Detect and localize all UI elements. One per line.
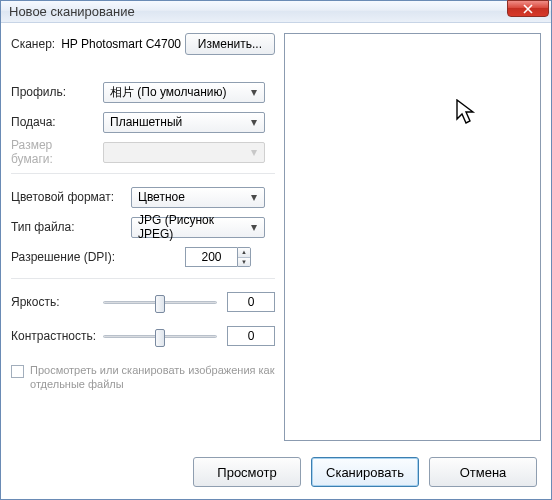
scanner-label: Сканер: bbox=[11, 37, 61, 51]
preview-button[interactable]: Просмотр bbox=[193, 457, 301, 487]
spinner-down[interactable]: ▼ bbox=[238, 258, 250, 267]
source-select[interactable]: Планшетный ▾ bbox=[103, 112, 265, 133]
scanner-name: HP Photosmart C4700 bbox=[61, 37, 181, 51]
profile-select[interactable]: 相片 (По умолчанию) ▾ bbox=[103, 82, 265, 103]
brightness-thumb[interactable] bbox=[155, 295, 165, 313]
scan-dialog: Новое сканирование Сканер: HP Photosmart… bbox=[0, 0, 552, 500]
contrast-thumb[interactable] bbox=[155, 329, 165, 347]
scan-button[interactable]: Сканировать bbox=[311, 457, 419, 487]
contrast-value[interactable] bbox=[227, 326, 275, 346]
color-format-select[interactable]: Цветное ▾ bbox=[131, 187, 265, 208]
paper-size-select: ▾ bbox=[103, 142, 265, 163]
close-button[interactable] bbox=[507, 0, 549, 17]
contrast-label: Контрастность: bbox=[11, 329, 103, 343]
cancel-button[interactable]: Отмена bbox=[429, 457, 537, 487]
change-scanner-button[interactable]: Изменить... bbox=[185, 33, 275, 55]
resolution-input[interactable] bbox=[185, 247, 237, 267]
dialog-buttons: Просмотр Сканировать Отмена bbox=[193, 457, 537, 487]
settings-pane: Сканер: HP Photosmart C4700 Изменить... … bbox=[11, 33, 275, 441]
color-format-label: Цветовой формат: bbox=[11, 190, 131, 204]
chevron-down-icon: ▾ bbox=[246, 145, 261, 160]
chevron-down-icon: ▾ bbox=[246, 85, 261, 100]
divider bbox=[11, 173, 275, 174]
chevron-down-icon: ▾ bbox=[247, 220, 261, 235]
separate-files-checkbox[interactable] bbox=[11, 365, 24, 378]
brightness-value[interactable] bbox=[227, 292, 275, 312]
titlebar: Новое сканирование bbox=[1, 1, 551, 23]
profile-label: Профиль: bbox=[11, 85, 103, 99]
chevron-down-icon: ▾ bbox=[246, 115, 261, 130]
brightness-label: Яркость: bbox=[11, 295, 103, 309]
brightness-slider[interactable] bbox=[103, 301, 217, 304]
paper-size-label: Размер бумаги: bbox=[11, 138, 103, 166]
file-type-label: Тип файла: bbox=[11, 220, 131, 234]
separate-files-label: Просмотреть или сканировать изображения … bbox=[30, 363, 275, 392]
resolution-label: Разрешение (DPI): bbox=[11, 250, 131, 264]
spinner-up[interactable]: ▲ bbox=[238, 248, 250, 258]
content-area: Сканер: HP Photosmart C4700 Изменить... … bbox=[1, 23, 551, 499]
chevron-down-icon: ▾ bbox=[246, 190, 261, 205]
resolution-spinner: ▲ ▼ bbox=[237, 247, 251, 267]
divider bbox=[11, 278, 275, 279]
close-icon bbox=[523, 4, 533, 14]
window-title: Новое сканирование bbox=[9, 4, 135, 19]
source-label: Подача: bbox=[11, 115, 103, 129]
file-type-select[interactable]: JPG (Рисунок JPEG) ▾ bbox=[131, 217, 265, 238]
preview-area bbox=[284, 33, 541, 441]
contrast-slider[interactable] bbox=[103, 335, 217, 338]
